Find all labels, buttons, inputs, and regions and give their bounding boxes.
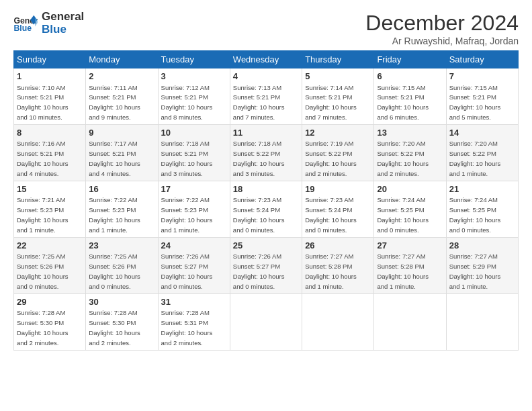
day-info: Sunrise: 7:10 AM Sunset: 5:21 PM Dayligh… — [17, 84, 69, 122]
day-number: 15 — [17, 183, 83, 195]
day-number: 24 — [161, 240, 227, 252]
day-cell: 10Sunrise: 7:18 AM Sunset: 5:21 PM Dayli… — [158, 124, 230, 181]
day-cell: 12Sunrise: 7:19 AM Sunset: 5:22 PM Dayli… — [302, 124, 374, 181]
day-number: 13 — [377, 127, 443, 139]
day-cell: 22Sunrise: 7:25 AM Sunset: 5:26 PM Dayli… — [14, 237, 86, 293]
day-cell: 13Sunrise: 7:20 AM Sunset: 5:22 PM Dayli… — [374, 124, 446, 181]
col-header-wednesday: Wednesday — [230, 51, 302, 68]
month-title: December 2024 — [365, 11, 519, 36]
logo: General Blue General Blue — [13, 11, 84, 36]
day-number: 11 — [233, 127, 299, 139]
week-row-4: 22Sunrise: 7:25 AM Sunset: 5:26 PM Dayli… — [14, 237, 519, 293]
day-number: 21 — [449, 183, 515, 195]
day-cell — [374, 293, 446, 350]
day-number: 16 — [89, 183, 154, 195]
day-info: Sunrise: 7:21 AM Sunset: 5:23 PM Dayligh… — [17, 196, 69, 234]
day-cell: 28Sunrise: 7:27 AM Sunset: 5:29 PM Dayli… — [446, 237, 518, 293]
day-cell: 3Sunrise: 7:12 AM Sunset: 5:21 PM Daylig… — [158, 68, 230, 125]
day-cell: 30Sunrise: 7:28 AM Sunset: 5:30 PM Dayli… — [86, 293, 158, 350]
day-cell: 7Sunrise: 7:15 AM Sunset: 5:21 PM Daylig… — [446, 68, 518, 125]
day-info: Sunrise: 7:20 AM Sunset: 5:22 PM Dayligh… — [377, 140, 429, 177]
day-info: Sunrise: 7:26 AM Sunset: 5:27 PM Dayligh… — [233, 253, 285, 290]
day-info: Sunrise: 7:14 AM Sunset: 5:21 PM Dayligh… — [305, 84, 357, 122]
day-cell — [302, 293, 374, 350]
day-info: Sunrise: 7:28 AM Sunset: 5:30 PM Dayligh… — [89, 309, 140, 347]
col-header-saturday: Saturday — [446, 51, 518, 68]
day-number: 1 — [17, 71, 83, 83]
day-cell: 9Sunrise: 7:17 AM Sunset: 5:21 PM Daylig… — [86, 124, 158, 181]
day-info: Sunrise: 7:28 AM Sunset: 5:30 PM Dayligh… — [17, 309, 69, 347]
day-number: 23 — [89, 240, 154, 252]
col-header-monday: Monday — [86, 51, 158, 68]
day-number: 4 — [233, 71, 299, 83]
day-info: Sunrise: 7:24 AM Sunset: 5:25 PM Dayligh… — [449, 196, 501, 234]
day-info: Sunrise: 7:18 AM Sunset: 5:21 PM Dayligh… — [161, 140, 213, 177]
logo-general: General — [42, 11, 84, 24]
day-info: Sunrise: 7:15 AM Sunset: 5:21 PM Dayligh… — [377, 84, 429, 122]
day-number: 22 — [17, 240, 83, 252]
day-number: 5 — [305, 71, 371, 83]
day-info: Sunrise: 7:23 AM Sunset: 5:24 PM Dayligh… — [233, 196, 285, 234]
day-info: Sunrise: 7:11 AM Sunset: 5:21 PM Dayligh… — [89, 84, 140, 122]
col-header-sunday: Sunday — [14, 51, 86, 68]
day-cell: 1Sunrise: 7:10 AM Sunset: 5:21 PM Daylig… — [14, 68, 86, 125]
day-cell: 15Sunrise: 7:21 AM Sunset: 5:23 PM Dayli… — [14, 181, 86, 237]
day-number: 25 — [233, 240, 299, 252]
day-info: Sunrise: 7:17 AM Sunset: 5:21 PM Dayligh… — [89, 140, 140, 177]
day-cell: 20Sunrise: 7:24 AM Sunset: 5:25 PM Dayli… — [374, 181, 446, 237]
day-info: Sunrise: 7:22 AM Sunset: 5:23 PM Dayligh… — [89, 196, 140, 234]
day-cell: 26Sunrise: 7:27 AM Sunset: 5:28 PM Dayli… — [302, 237, 374, 293]
day-info: Sunrise: 7:22 AM Sunset: 5:23 PM Dayligh… — [161, 196, 213, 234]
header-row: SundayMondayTuesdayWednesdayThursdayFrid… — [14, 51, 519, 68]
col-header-friday: Friday — [374, 51, 446, 68]
day-number: 30 — [89, 296, 154, 308]
day-info: Sunrise: 7:25 AM Sunset: 5:26 PM Dayligh… — [89, 253, 140, 290]
day-number: 20 — [377, 183, 443, 195]
week-row-5: 29Sunrise: 7:28 AM Sunset: 5:30 PM Dayli… — [14, 293, 519, 350]
day-info: Sunrise: 7:12 AM Sunset: 5:21 PM Dayligh… — [161, 84, 213, 122]
day-cell: 19Sunrise: 7:23 AM Sunset: 5:24 PM Dayli… — [302, 181, 374, 237]
day-cell: 21Sunrise: 7:24 AM Sunset: 5:25 PM Dayli… — [446, 181, 518, 237]
logo-blue: Blue — [42, 24, 84, 36]
day-number: 17 — [161, 183, 227, 195]
day-number: 14 — [449, 127, 515, 139]
day-info: Sunrise: 7:26 AM Sunset: 5:27 PM Dayligh… — [161, 253, 213, 290]
day-number: 10 — [161, 127, 227, 139]
day-cell: 8Sunrise: 7:16 AM Sunset: 5:21 PM Daylig… — [14, 124, 86, 181]
location: Ar Ruwayshid, Mafraq, Jordan — [365, 36, 519, 46]
day-cell — [446, 293, 518, 350]
day-info: Sunrise: 7:20 AM Sunset: 5:22 PM Dayligh… — [449, 140, 501, 177]
day-info: Sunrise: 7:27 AM Sunset: 5:28 PM Dayligh… — [377, 253, 429, 290]
day-cell: 25Sunrise: 7:26 AM Sunset: 5:27 PM Dayli… — [230, 237, 302, 293]
day-number: 8 — [17, 127, 83, 139]
day-cell: 14Sunrise: 7:20 AM Sunset: 5:22 PM Dayli… — [446, 124, 518, 181]
day-info: Sunrise: 7:13 AM Sunset: 5:21 PM Dayligh… — [233, 84, 285, 122]
svg-text:Blue: Blue — [14, 24, 32, 33]
day-number: 7 — [449, 71, 515, 83]
day-info: Sunrise: 7:18 AM Sunset: 5:22 PM Dayligh… — [233, 140, 285, 177]
day-number: 18 — [233, 183, 299, 195]
day-cell: 31Sunrise: 7:28 AM Sunset: 5:31 PM Dayli… — [158, 293, 230, 350]
day-number: 9 — [89, 127, 154, 139]
day-number: 31 — [161, 296, 227, 308]
day-cell: 29Sunrise: 7:28 AM Sunset: 5:30 PM Dayli… — [14, 293, 86, 350]
logo-icon: General Blue — [13, 14, 38, 33]
day-info: Sunrise: 7:27 AM Sunset: 5:29 PM Dayligh… — [449, 253, 501, 290]
page-container: General Blue General Blue December 2024 … — [0, 0, 532, 357]
day-cell: 11Sunrise: 7:18 AM Sunset: 5:22 PM Dayli… — [230, 124, 302, 181]
col-header-tuesday: Tuesday — [158, 51, 230, 68]
day-info: Sunrise: 7:27 AM Sunset: 5:28 PM Dayligh… — [305, 253, 357, 290]
week-row-2: 8Sunrise: 7:16 AM Sunset: 5:21 PM Daylig… — [14, 124, 519, 181]
col-header-thursday: Thursday — [302, 51, 374, 68]
week-row-1: 1Sunrise: 7:10 AM Sunset: 5:21 PM Daylig… — [14, 68, 519, 125]
day-cell — [230, 293, 302, 350]
day-number: 19 — [305, 183, 371, 195]
day-cell: 4Sunrise: 7:13 AM Sunset: 5:21 PM Daylig… — [230, 68, 302, 125]
day-number: 29 — [17, 296, 83, 308]
day-info: Sunrise: 7:28 AM Sunset: 5:31 PM Dayligh… — [161, 309, 213, 347]
day-number: 28 — [449, 240, 515, 252]
week-row-3: 15Sunrise: 7:21 AM Sunset: 5:23 PM Dayli… — [14, 181, 519, 237]
day-cell: 23Sunrise: 7:25 AM Sunset: 5:26 PM Dayli… — [86, 237, 158, 293]
header: General Blue General Blue December 2024 … — [13, 11, 519, 46]
day-number: 12 — [305, 127, 371, 139]
